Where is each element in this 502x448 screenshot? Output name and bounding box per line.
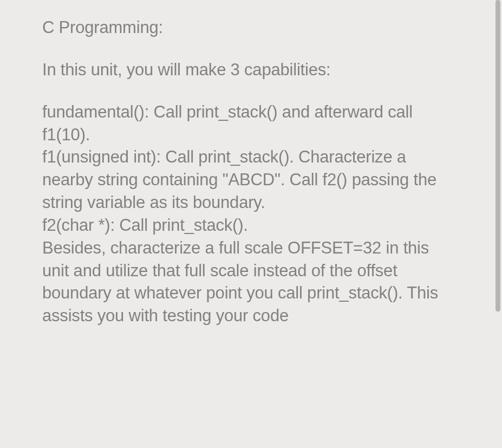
intro-text: In this unit, you will make 3 capabiliti… [42,60,330,79]
body-line-2: f1(unsigned int): Call print_stack(). Ch… [42,147,436,212]
scrollbar-thumb[interactable] [496,0,500,311]
heading-paragraph: C Programming: [42,16,460,39]
body-line-4: Besides, characterize a full scale OFFSE… [42,238,438,326]
heading-text: C Programming: [42,18,163,37]
body-line-3: f2(char *): Call print_stack(). [42,216,248,235]
intro-paragraph: In this unit, you will make 3 capabiliti… [42,59,460,81]
document-content: C Programming: In this unit, you will ma… [0,0,502,327]
body-paragraph: fundamental(): Call print_stack() and af… [42,101,460,327]
body-line-1: fundamental(): Call print_stack() and af… [42,102,413,144]
